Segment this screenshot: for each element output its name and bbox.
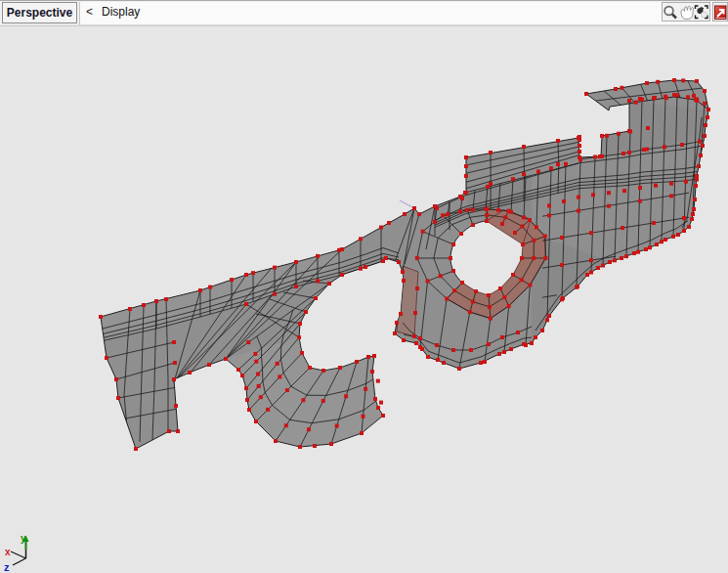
- svg-text:y: y: [21, 533, 26, 544]
- svg-text:z: z: [4, 561, 10, 573]
- svg-text:x: x: [5, 547, 11, 557]
